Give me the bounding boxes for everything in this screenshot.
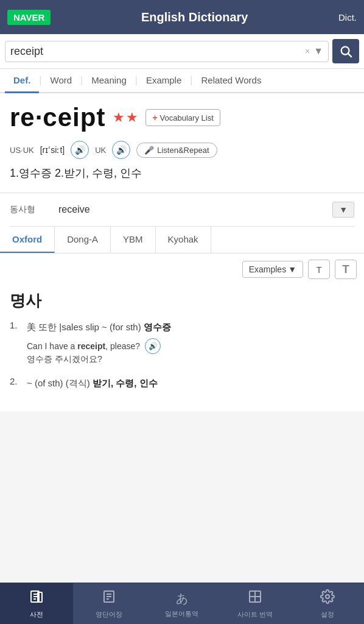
usuk-sound-button[interactable]: 🔊 xyxy=(71,141,89,159)
nav-label-vocab: 영단어장 xyxy=(96,610,122,619)
settings-nav-icon xyxy=(320,589,335,608)
search-button[interactable] xyxy=(332,39,359,63)
dropdown-icon[interactable]: ▼ xyxy=(313,46,323,57)
tab-meaning[interactable]: Meaning xyxy=(83,69,135,93)
app-title: English Dictionary xyxy=(141,10,248,24)
vocab-btn-label: Vocabulary List xyxy=(160,113,214,122)
def-text-2: ~ (of sth) (격식) 받기, 수령, 인수 xyxy=(27,376,354,391)
main-tabs: Def. | Word | Meaning | Example | Relate… xyxy=(0,69,364,93)
vocabulary-list-button[interactable]: + Vocabulary List xyxy=(145,109,220,126)
dict-tabs: Oxford Dong-A YBM Kyohak xyxy=(0,227,364,254)
nav-item-settings[interactable]: 설정 xyxy=(291,583,364,624)
def-num-1: 1. xyxy=(10,320,22,330)
naver-logo: NAVER xyxy=(7,10,51,25)
dict-label: Dict. xyxy=(338,12,357,23)
bottom-nav: 사전 영단어장 あ 일본어통역 사이트 번역 xyxy=(0,583,364,624)
listen-repeat-button[interactable]: 🎤 Listen&Repeat xyxy=(136,143,217,158)
font-small-icon: T xyxy=(316,264,321,275)
dict-tab-oxford[interactable]: Oxford xyxy=(0,227,55,253)
speaker-icon-3: 🔊 xyxy=(149,342,158,350)
examples-dropdown-icon: ▼ xyxy=(288,264,296,274)
mic-icon: 🎤 xyxy=(144,146,154,155)
dict-tab-kyohak[interactable]: Kyohak xyxy=(156,227,211,253)
svg-point-14 xyxy=(326,595,329,598)
app-header: NAVER English Dictionary Dict. xyxy=(0,0,364,34)
example-sound-button-1[interactable]: 🔊 xyxy=(145,338,161,354)
def-num-2: 2. xyxy=(10,376,22,386)
word-title-area: re·ceipt ★ ★ + Vocabulary List xyxy=(10,103,354,132)
examples-label: Examples xyxy=(249,264,286,274)
search-input[interactable] xyxy=(10,45,305,58)
font-small-button[interactable]: T xyxy=(308,260,330,279)
vocab-nav-icon xyxy=(102,589,116,608)
clear-icon[interactable]: × xyxy=(305,46,310,56)
word-form-row: 동사형 receive ▼ xyxy=(10,193,354,227)
svg-line-1 xyxy=(348,54,351,57)
nav-label-dict: 사전 xyxy=(30,610,43,619)
def-num-row-1: 1. 美 또한 |sales slip ~ (for sth) 영수증 xyxy=(10,320,354,335)
tab-related[interactable]: Related Words xyxy=(192,69,270,93)
plus-icon: + xyxy=(152,113,157,122)
uk-label: UK xyxy=(95,146,106,155)
definition-item-2: 2. ~ (of sth) (격식) 받기, 수령, 인수 xyxy=(10,376,354,391)
font-large-icon: T xyxy=(342,263,349,276)
listen-label: Listen&Repeat xyxy=(157,146,209,155)
tab-example[interactable]: Example xyxy=(138,69,190,93)
def-text-1: 美 또한 |sales slip ~ (for sth) 영수증 xyxy=(27,320,354,335)
word-form-label: 동사형 xyxy=(10,204,58,215)
dict-tab-donga[interactable]: Dong-A xyxy=(55,227,111,253)
word-form-value: receive xyxy=(58,204,332,215)
nav-label-translate: 사이트 번역 xyxy=(237,610,273,619)
nav-label-jp: 일본어통역 xyxy=(165,609,198,619)
star-1: ★ xyxy=(113,110,125,126)
search-input-wrap[interactable]: × ▼ xyxy=(5,41,329,62)
examples-button[interactable]: Examples ▼ xyxy=(242,261,303,278)
dict-tab-ybm[interactable]: YBM xyxy=(111,227,156,253)
usuk-ipa: [rɪˈsiːt] xyxy=(40,145,65,155)
translate-nav-icon xyxy=(248,589,262,608)
nav-item-dict[interactable]: 사전 xyxy=(0,583,73,624)
font-large-button[interactable]: T xyxy=(335,260,357,279)
nav-item-translate[interactable]: 사이트 번역 xyxy=(219,583,292,624)
definition-section: 명사 1. 美 또한 |sales slip ~ (for sth) 영수증 C… xyxy=(0,285,364,411)
korean-meaning: 1.영수증 2.받기, 수령, 인수 xyxy=(10,165,354,182)
pos-label: 명사 xyxy=(10,290,354,311)
nav-item-vocab[interactable]: 영단어장 xyxy=(73,583,146,624)
jp-nav-icon: あ xyxy=(176,590,188,607)
tool-row: Examples ▼ T T xyxy=(0,254,364,285)
nav-item-jp[interactable]: あ 일본어통역 xyxy=(145,583,219,624)
search-bar: × ▼ xyxy=(0,34,364,69)
speaker-icon: 🔊 xyxy=(75,145,85,155)
example-kr-1: 영수증 주시겠어요? xyxy=(27,354,354,365)
uk-sound-button[interactable]: 🔊 xyxy=(112,141,130,159)
speaker-icon-2: 🔊 xyxy=(116,145,127,155)
nav-label-settings: 설정 xyxy=(321,610,334,619)
word-title: re·ceipt xyxy=(10,103,105,132)
definition-item-1: 1. 美 또한 |sales slip ~ (for sth) 영수증 Can … xyxy=(10,320,354,365)
tab-def[interactable]: Def. xyxy=(5,69,39,93)
main-content: re·ceipt ★ ★ + Vocabulary List US·UK [rɪ… xyxy=(0,93,364,227)
pronunciation-row: US·UK [rɪˈsiːt] 🔊 UK 🔊 🎤 Listen&Repeat xyxy=(10,141,354,159)
dropdown-arrow-icon: ▼ xyxy=(339,205,348,214)
word-form-dropdown[interactable]: ▼ xyxy=(332,202,354,218)
word-stars: ★ ★ xyxy=(113,110,138,126)
usuk-label: US·UK xyxy=(10,146,34,155)
def-num-row-2: 2. ~ (of sth) (격식) 받기, 수령, 인수 xyxy=(10,376,354,391)
dict-nav-icon xyxy=(29,589,44,608)
example-en-1: Can I have a receipt, please? xyxy=(27,339,140,353)
star-2: ★ xyxy=(126,110,138,126)
search-icon xyxy=(339,44,352,58)
example-row-1: Can I have a receipt, please? 🔊 영수증 주시겠어… xyxy=(27,338,354,365)
tab-word[interactable]: Word xyxy=(42,69,81,93)
